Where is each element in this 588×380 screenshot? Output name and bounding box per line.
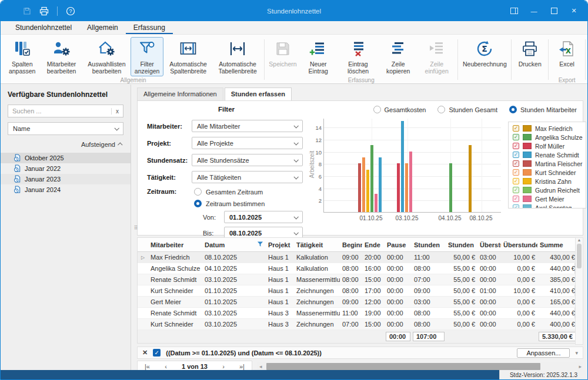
table-row[interactable]: Kurt Schneider01.10.2025Haus 1Zeichnunge… [138,285,577,297]
chart-bar[interactable] [469,145,472,212]
table-cell[interactable]: 08:00 [412,263,446,274]
table-cell[interactable]: 00:00 [477,263,501,274]
table-cell[interactable]: 00:00 [385,263,412,274]
table-cell[interactable]: Max Friedrich [148,252,202,263]
menu-tab-erfassung[interactable]: Erfassung [126,21,173,34]
zeile-einfuegen-button[interactable]: Zeile einfügen [417,37,456,76]
table-cell[interactable]: 00:00 [385,297,412,308]
filter-field-select[interactable]: Alle Projekte [192,137,303,149]
column-header-11[interactable]: Summe [537,238,577,252]
legend-checkbox[interactable]: ✓ [513,204,519,209]
table-cell[interactable]: 410,00 € [537,285,577,297]
legend-item[interactable]: ✓Kristina Zahn [509,177,586,186]
table-cell[interactable]: 08:00 [412,319,446,330]
scroll-left-icon[interactable]: ◂ [257,364,265,369]
table-cell[interactable]: Haus 1 [266,274,294,285]
scroll-right-icon[interactable]: ▸ [577,364,583,369]
table-cell[interactable]: 15:00 [362,319,385,330]
column-header-6[interactable]: Pause [385,238,412,252]
table-row[interactable]: Angelika Schulze04.10.2025Haus 1Kalkulat… [138,263,577,274]
table-cell[interactable]: 00:00 [385,274,412,285]
table-cell[interactable]: 08:00 [340,285,362,297]
table-cell[interactable]: 400,00 € [537,319,577,330]
column-header-0[interactable]: Mitarbeiter [148,238,202,252]
legend-item[interactable]: ✓Max Friedrich [509,124,586,133]
table-cell[interactable]: 16:00 [362,263,385,274]
table-cell[interactable]: Zeichnungen [294,319,340,330]
chart-bar[interactable] [366,170,369,212]
chart-bar[interactable] [401,121,404,212]
legend-checkbox[interactable]: ✓ [513,134,519,140]
table-cell[interactable]: 00:00 [385,308,412,319]
table-cell[interactable]: 0,00 € [501,308,537,319]
minimize-button[interactable]: — [524,2,544,20]
table-cell[interactable]: 09:00 [412,285,446,297]
quick-save-icon[interactable] [23,7,31,15]
legend-checkbox[interactable]: ✓ [513,152,519,158]
chart-bar[interactable] [370,145,373,212]
menu-tab-stundenlohnzettel[interactable]: Stundenlohnzettel [8,21,79,34]
table-cell[interactable]: 11:00 [340,308,362,319]
table-cell[interactable]: 08:00 [340,263,362,274]
column-header-5[interactable]: Ende [362,238,385,252]
table-cell[interactable]: Zeichnungen [294,297,340,308]
legend-checkbox[interactable]: ✓ [513,160,519,167]
table-cell[interactable]: 00:00 [385,319,412,330]
chart-bar[interactable] [358,163,361,212]
legend-item[interactable]: ✓Angelika Schulze [509,133,586,142]
filter-anzeigen-button[interactable]: Filter anzeigen [131,37,163,76]
table-cell[interactable]: 08:00 [412,308,446,319]
pager-prev-button[interactable]: ‹ [165,363,167,370]
legend-item[interactable]: ✓Renate Schmidt [509,150,586,159]
table-cell[interactable]: 08:00 [340,274,362,285]
column-header-9[interactable]: Überstu [477,238,501,252]
table-cell[interactable]: Renate Schmidt [148,274,202,285]
chart-bar[interactable] [397,163,400,212]
sort-order-toggle[interactable]: Aufsteigend [81,141,122,148]
scrollbar-thumb[interactable] [577,244,582,268]
table-cell[interactable]: 430,00 € [537,252,577,263]
table-cell[interactable]: Gert Meier [148,297,202,308]
table-cell[interactable]: 00:00 [385,252,412,263]
table-cell[interactable]: Kalkulation [294,252,340,263]
help-icon[interactable]: ? [66,6,75,16]
table-cell[interactable]: 10,00 € [501,252,537,263]
dock-window-icon[interactable] [504,2,524,20]
table-cell[interactable]: 55,00 € [446,308,477,319]
table-cell[interactable]: 07:00 [412,274,446,285]
legend-item[interactable]: ✓Kurt Schneider [509,168,586,177]
legend-checkbox[interactable]: ✓ [513,196,519,202]
legend-item[interactable]: ✓Axel Sonntag [509,203,586,209]
pager-first-button[interactable]: |« [145,363,150,370]
table-cell[interactable]: 03.10.2025 [202,319,266,330]
content-tab-0[interactable]: Allgemeine Informationen [137,88,223,100]
column-header-1[interactable]: Datum [202,238,266,252]
table-cell[interactable]: 01.10.2025 [202,285,266,297]
clear-filter-icon[interactable]: ✕ [142,349,148,357]
speichern-button[interactable]: Speichern [266,37,299,69]
table-cell[interactable]: 01.10.2025 [202,297,266,308]
table-cell[interactable]: 385,00 € [537,274,577,285]
table-cell[interactable]: 03.10.2025 [202,308,266,319]
chart-mode-option[interactable]: Stunden Mitarbeiter [509,106,577,113]
chart-bar[interactable] [449,163,452,212]
zeile-kopieren-button[interactable]: Zeile kopieren [379,37,417,76]
table-cell[interactable]: 00:00 [477,297,501,308]
table-cell[interactable]: 00:00 [477,319,501,330]
table-cell[interactable]: 03:00 [477,252,501,263]
eintrag-loeschen-button[interactable]: Eintrag löschen [338,37,379,76]
table-row[interactable]: Renate Schmidt03.10.2025Haus 1Massenermi… [138,274,577,285]
table-cell[interactable]: Haus 1 [266,285,294,297]
table-cell[interactable]: 0,00 € [501,263,537,274]
table-cell[interactable]: 165,00 € [537,297,577,308]
customize-filter-button[interactable]: Anpassen... [517,348,570,358]
table-cell[interactable]: 0,00 € [501,274,537,285]
scrollbar-thumb[interactable] [266,363,540,370]
chart-bar[interactable] [375,194,377,212]
zeitraum-radio-option[interactable]: Gesamten Zeitraum [194,188,265,196]
column-header-2[interactable]: Projekt [266,238,294,252]
table-cell[interactable]: Haus 1 [266,297,294,308]
table-cell[interactable]: 00:00 [385,285,412,297]
quick-print-icon[interactable] [39,6,49,16]
chart-bar[interactable] [379,157,382,212]
